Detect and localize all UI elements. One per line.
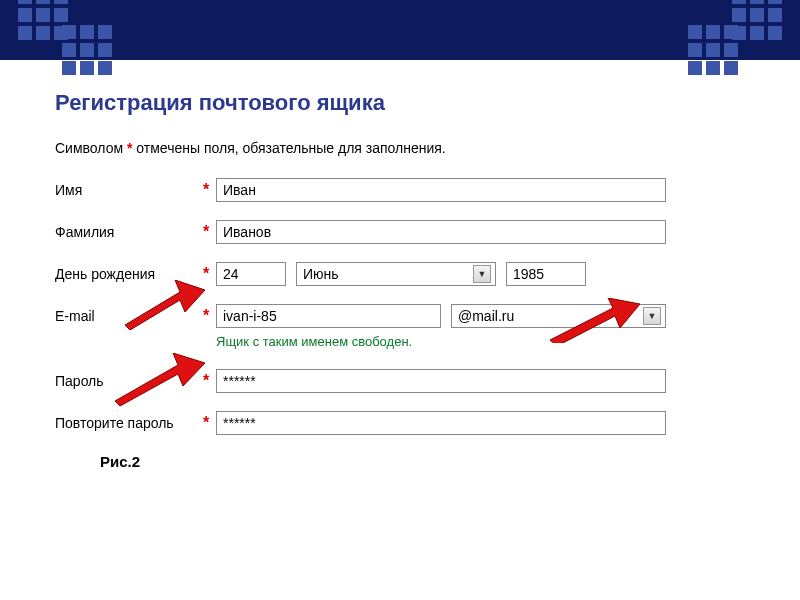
required-marker: * — [200, 414, 212, 432]
password-confirm-input[interactable] — [216, 411, 666, 435]
deco-squares — [18, 0, 68, 40]
email-domain-value: @mail.ru — [458, 308, 514, 324]
svg-marker-2 — [550, 298, 640, 343]
name-input[interactable] — [216, 178, 666, 202]
surname-input[interactable] — [216, 220, 666, 244]
page-title: Регистрация почтового ящика — [55, 90, 745, 116]
arrow-icon — [120, 280, 205, 330]
deco-squares — [688, 25, 738, 75]
figure-caption: Рис.2 — [100, 453, 745, 470]
deco-squares — [732, 0, 782, 40]
email-available-hint: Ящик с таким именем свободен. — [216, 334, 745, 349]
chevron-down-icon: ▼ — [473, 265, 491, 283]
password-input[interactable] — [216, 369, 666, 393]
required-note: Символом * отмечены поля, обязательные д… — [55, 140, 745, 156]
chevron-down-icon: ▼ — [643, 307, 661, 325]
required-marker: * — [200, 223, 212, 241]
arrow-icon — [545, 298, 640, 343]
password-confirm-label: Повторите пароль — [55, 415, 200, 431]
deco-squares — [62, 25, 112, 75]
email-user-input[interactable] — [216, 304, 441, 328]
arrow-icon — [110, 353, 205, 408]
note-text: Символом — [55, 140, 123, 156]
birthday-day-input[interactable] — [216, 262, 286, 286]
birthday-month-value: Июнь — [303, 266, 339, 282]
svg-marker-1 — [115, 353, 205, 406]
birthday-month-select[interactable]: Июнь ▼ — [296, 262, 496, 286]
svg-marker-0 — [125, 280, 205, 330]
note-text: отмечены поля, обязательные для заполнен… — [136, 140, 445, 156]
surname-label: Фамилия — [55, 224, 200, 240]
birthday-year-input[interactable] — [506, 262, 586, 286]
asterisk-icon: * — [127, 140, 132, 156]
header-bar — [0, 0, 800, 60]
required-marker: * — [200, 181, 212, 199]
name-label: Имя — [55, 182, 200, 198]
